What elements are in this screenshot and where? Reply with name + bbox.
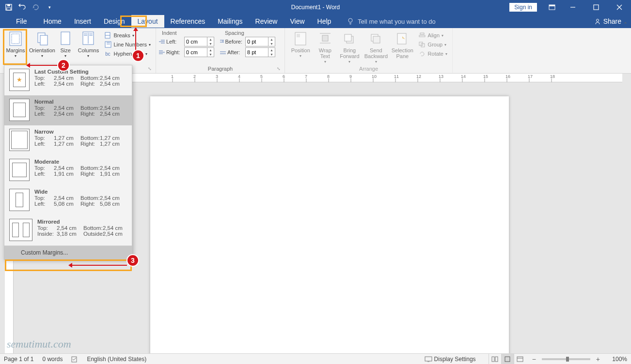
svg-rect-50 bbox=[419, 35, 425, 37]
svg-rect-90 bbox=[425, 357, 432, 361]
wrap-icon bbox=[317, 31, 333, 46]
hyphenation-button[interactable]: bcHyphenation ▾ bbox=[102, 49, 153, 58]
svg-text:12: 12 bbox=[416, 74, 421, 79]
breaks-icon bbox=[104, 31, 112, 39]
share-button[interactable]: Share bbox=[594, 17, 621, 25]
align-icon bbox=[418, 31, 426, 39]
indent-left-input[interactable]: ▲▼ bbox=[184, 37, 214, 46]
columns-button[interactable]: Columns▾ bbox=[76, 30, 101, 59]
spacing-header: Spacing bbox=[225, 30, 244, 36]
group-button[interactable]: Group ▾ bbox=[416, 40, 449, 49]
forward-icon bbox=[342, 31, 357, 46]
quick-access-toolbar: ▾ bbox=[0, 2, 54, 12]
margins-moderate-icon bbox=[9, 159, 30, 181]
indent-right-input[interactable]: ▲▼ bbox=[184, 47, 214, 57]
maximize-button[interactable] bbox=[584, 0, 608, 15]
svg-rect-94 bbox=[505, 357, 510, 362]
title-bar: ▾ Document1 - Word Sign in bbox=[0, 0, 631, 15]
signin-button[interactable]: Sign in bbox=[509, 3, 537, 12]
custom-margins-button[interactable]: Custom Margins... bbox=[4, 246, 132, 259]
display-settings[interactable]: Display Settings bbox=[425, 356, 476, 363]
ribbon-display-icon[interactable] bbox=[543, 0, 561, 15]
tellme-placeholder: Tell me what you want to do bbox=[358, 18, 435, 25]
margins-dropdown: ★ Last Custom Setting Top:2,54 cmBottom:… bbox=[4, 65, 132, 260]
selection-pane-button[interactable]: Selection Pane bbox=[390, 30, 415, 59]
svg-rect-6 bbox=[594, 5, 599, 10]
tab-view[interactable]: View bbox=[284, 15, 311, 28]
svg-rect-4 bbox=[549, 5, 555, 6]
margins-button[interactable]: Margins▾ bbox=[3, 30, 28, 59]
svg-text:1: 1 bbox=[171, 74, 174, 79]
read-mode-view[interactable] bbox=[489, 354, 501, 364]
display-icon bbox=[425, 356, 432, 362]
tellme-search[interactable]: Tell me what you want to do bbox=[347, 18, 435, 25]
margins-option-normal[interactable]: Normal Top:2,54 cmBottom:2,54 cm Left:2,… bbox=[4, 95, 132, 125]
spacing-after-input[interactable]: ▲▼ bbox=[245, 47, 275, 57]
paragraph-launcher[interactable]: ⤡ bbox=[277, 65, 281, 72]
margins-option-wide[interactable]: Wide Top:2,54 cmBottom:2,54 cm Left:5,08… bbox=[4, 185, 132, 215]
group-label-paragraph: Paragraph bbox=[208, 66, 233, 72]
word-count[interactable]: 0 words bbox=[42, 356, 63, 363]
web-layout-view[interactable] bbox=[514, 354, 526, 364]
margins-option-last[interactable]: ★ Last Custom Setting Top:2,54 cmBottom:… bbox=[4, 65, 132, 95]
columns-icon bbox=[80, 31, 96, 46]
language-status[interactable]: English (United States) bbox=[87, 356, 146, 363]
minimize-button[interactable] bbox=[561, 0, 584, 15]
redo-icon[interactable] bbox=[31, 2, 41, 12]
tab-file[interactable]: File bbox=[10, 15, 33, 28]
tab-help[interactable]: Help bbox=[311, 15, 338, 28]
tab-insert[interactable]: Insert bbox=[68, 15, 97, 28]
size-button[interactable]: Size▾ bbox=[56, 30, 75, 59]
bring-forward-button[interactable]: Bring Forward▾ bbox=[337, 30, 362, 64]
proofing-icon[interactable] bbox=[71, 356, 78, 363]
zoom-slider[interactable] bbox=[542, 358, 590, 360]
breaks-button[interactable]: Breaks ▾ bbox=[102, 31, 153, 40]
position-button[interactable]: Position▾ bbox=[288, 30, 313, 59]
line-numbers-button[interactable]: Line Numbers ▾ bbox=[102, 40, 153, 49]
position-icon bbox=[293, 31, 308, 46]
svg-rect-49 bbox=[420, 33, 424, 34]
svg-rect-2 bbox=[7, 8, 11, 10]
close-button[interactable] bbox=[608, 0, 631, 15]
svg-text:3: 3 bbox=[216, 74, 218, 79]
rotate-button[interactable]: Rotate ▾ bbox=[416, 49, 449, 58]
spacing-before-input[interactable]: ▲▼ bbox=[245, 37, 275, 46]
send-backward-button[interactable]: Send Backward▾ bbox=[363, 30, 389, 64]
tab-review[interactable]: Review bbox=[249, 15, 284, 28]
orientation-icon bbox=[34, 31, 50, 46]
qat-customize-icon[interactable]: ▾ bbox=[45, 2, 54, 12]
linenum-icon bbox=[104, 41, 112, 48]
tab-mailings[interactable]: Mailings bbox=[211, 15, 249, 28]
svg-text:2: 2 bbox=[193, 74, 196, 79]
margins-option-mirrored[interactable]: Mirrored Top:2,54 cmBottom:2,54 cm Insid… bbox=[4, 215, 132, 245]
zoom-out[interactable]: − bbox=[530, 355, 538, 363]
orientation-button[interactable]: Orientation▾ bbox=[29, 30, 55, 59]
tab-home[interactable]: Home bbox=[37, 15, 68, 28]
zoom-level[interactable]: 100% bbox=[606, 356, 627, 363]
tab-layout[interactable]: Layout bbox=[131, 15, 164, 28]
tab-design[interactable]: Design bbox=[97, 15, 131, 28]
tab-references[interactable]: References bbox=[164, 15, 212, 28]
margins-option-narrow[interactable]: Narrow Top:1,27 cmBottom:1,27 cm Left:1,… bbox=[4, 125, 132, 155]
spacing-after-icon bbox=[220, 50, 226, 55]
svg-text:11: 11 bbox=[394, 74, 399, 79]
document-page[interactable] bbox=[150, 96, 509, 364]
margins-last-icon: ★ bbox=[9, 69, 30, 91]
svg-rect-93 bbox=[495, 357, 498, 362]
align-button[interactable]: Align ▾ bbox=[416, 31, 449, 40]
pagesetup-launcher[interactable]: ⤡ bbox=[148, 65, 152, 72]
page-status[interactable]: Page 1 of 1 bbox=[4, 356, 33, 363]
undo-icon[interactable] bbox=[17, 2, 27, 12]
size-icon bbox=[58, 31, 73, 46]
hyphen-icon: bc bbox=[104, 50, 112, 58]
svg-point-12 bbox=[596, 19, 599, 22]
zoom-in[interactable]: + bbox=[594, 355, 602, 363]
collapse-ribbon-icon[interactable]: ⌃ bbox=[621, 20, 629, 28]
margins-option-moderate[interactable]: Moderate Top:2,54 cmBottom:2,54 cm Left:… bbox=[4, 155, 132, 185]
print-layout-view[interactable] bbox=[501, 354, 514, 364]
save-icon[interactable] bbox=[4, 2, 14, 12]
rotate-icon bbox=[418, 50, 426, 58]
wrap-text-button[interactable]: Wrap Text▾ bbox=[314, 30, 336, 64]
svg-rect-92 bbox=[492, 357, 494, 362]
svg-rect-1 bbox=[7, 4, 10, 6]
